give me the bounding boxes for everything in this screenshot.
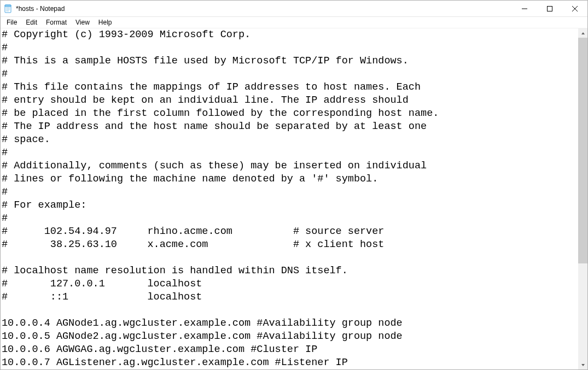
menu-file[interactable]: File bbox=[3, 18, 21, 27]
scroll-up-button[interactable] bbox=[578, 28, 587, 38]
menu-format[interactable]: Format bbox=[42, 18, 71, 27]
scrollbar-thumb[interactable] bbox=[578, 38, 587, 263]
editor-area: # Copyright (c) 1993-2009 Microsoft Corp… bbox=[1, 28, 587, 369]
vertical-scrollbar[interactable] bbox=[578, 28, 587, 369]
menubar: File Edit Format View Help bbox=[1, 17, 587, 28]
svg-rect-6 bbox=[548, 6, 552, 11]
svg-rect-1 bbox=[5, 5, 11, 7]
window-title: *hosts - Notepad bbox=[16, 5, 65, 13]
notepad-window: *hosts - Notepad File Edit Format View H… bbox=[0, 0, 588, 370]
menu-help[interactable]: Help bbox=[95, 18, 116, 27]
maximize-button[interactable] bbox=[537, 1, 562, 16]
titlebar[interactable]: *hosts - Notepad bbox=[1, 1, 587, 17]
titlebar-left: *hosts - Notepad bbox=[1, 4, 65, 13]
menu-view[interactable]: View bbox=[72, 18, 94, 27]
minimize-button[interactable] bbox=[512, 1, 537, 16]
text-editor[interactable]: # Copyright (c) 1993-2009 Microsoft Corp… bbox=[1, 28, 578, 369]
menu-edit[interactable]: Edit bbox=[22, 18, 41, 27]
window-controls bbox=[512, 1, 587, 16]
close-button[interactable] bbox=[562, 1, 587, 16]
notepad-icon bbox=[4, 4, 13, 13]
scroll-down-button[interactable] bbox=[578, 360, 587, 369]
scrollbar-track[interactable] bbox=[578, 38, 587, 360]
